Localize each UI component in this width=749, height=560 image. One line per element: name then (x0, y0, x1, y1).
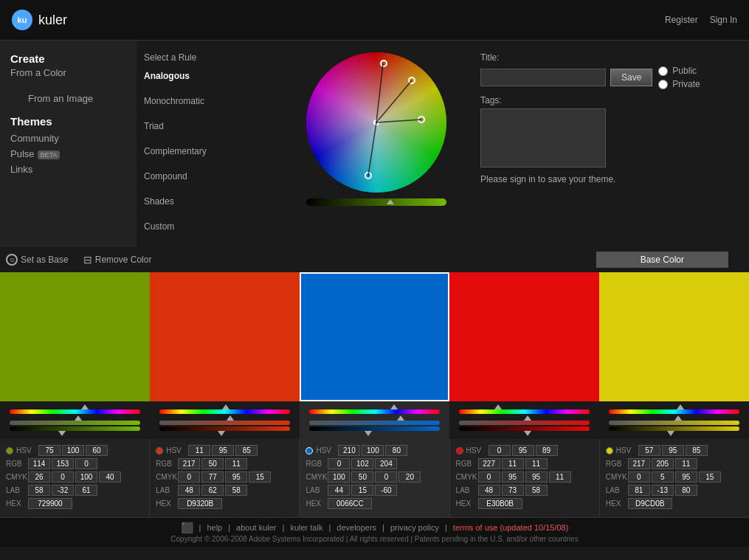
swatch2-sat-track[interactable] (309, 421, 441, 425)
hsv3-v[interactable] (536, 445, 558, 456)
lab0-a[interactable] (52, 485, 74, 496)
rgb2-g[interactable] (351, 458, 373, 469)
private-radio[interactable]: Private (658, 79, 700, 89)
swatch0-thumb1[interactable] (81, 404, 89, 409)
hsv0-s[interactable] (62, 445, 84, 456)
swatch3-sat-track[interactable] (459, 421, 590, 425)
rule-triad[interactable]: Triad (144, 119, 277, 134)
hsv1-v[interactable] (235, 445, 258, 456)
cmyk4-c[interactable] (628, 471, 650, 483)
hex1[interactable] (178, 498, 222, 509)
footer-help[interactable]: help (207, 523, 222, 532)
hsv3-h[interactable] (489, 445, 511, 456)
hsv3-s[interactable] (512, 445, 534, 456)
lab2-b[interactable] (375, 485, 397, 496)
cmyk2-c[interactable] (328, 471, 350, 483)
title-input[interactable] (480, 69, 606, 86)
rgb2-b[interactable] (375, 458, 397, 469)
wheel-canvas[interactable] (306, 52, 446, 193)
hsv1-h[interactable] (188, 445, 210, 456)
rgb3-b[interactable] (525, 458, 548, 469)
color-dot-1[interactable] (156, 447, 163, 454)
public-radio[interactable]: Public (658, 66, 700, 76)
swatch4-sat-track[interactable] (609, 421, 740, 425)
pulse-link[interactable]: PulseBETA (10, 146, 126, 162)
hsv2-s[interactable] (362, 445, 384, 456)
rule-complementary[interactable]: Complementary (144, 144, 277, 159)
cmyk3-y[interactable] (525, 471, 548, 483)
swatch1-sat-track[interactable] (159, 421, 291, 425)
lab4-l[interactable] (628, 485, 650, 496)
register-link[interactable]: Register (665, 15, 698, 25)
swatch1-thumb1[interactable] (222, 404, 229, 409)
rule-compound[interactable]: Compound (144, 169, 277, 184)
rgb1-b[interactable] (225, 458, 247, 469)
cmyk1-m[interactable] (201, 471, 224, 483)
rgb0-g[interactable] (52, 458, 74, 469)
hsv1-s[interactable] (212, 445, 234, 456)
swatch0-thumb2[interactable] (75, 415, 82, 421)
signin-link[interactable]: Sign In (710, 15, 737, 25)
swatch3-thumb3[interactable] (524, 431, 531, 436)
lab2-l[interactable] (328, 485, 350, 496)
community-link[interactable]: Community (10, 131, 126, 146)
rgb0-b[interactable] (75, 458, 97, 469)
swatch1-hue-track[interactable] (159, 409, 291, 414)
swatch4-thumb1[interactable] (677, 404, 684, 409)
footer-privacy[interactable]: privacy policy (390, 523, 439, 532)
cmyk3-k[interactable] (549, 471, 571, 483)
cmyk0-m[interactable] (52, 471, 74, 483)
rgb2-r[interactable] (328, 458, 350, 469)
lab1-a[interactable] (201, 485, 224, 496)
hsv2-v[interactable] (385, 445, 407, 456)
cmyk1-k[interactable] (249, 471, 271, 483)
swatch-4[interactable] (599, 272, 749, 401)
from-image-link[interactable]: From an Image (10, 91, 126, 106)
tags-input[interactable] (480, 108, 606, 167)
rule-analogous[interactable]: Analogous (144, 69, 277, 83)
set-base-button[interactable]: ⊙ Set as Base (6, 254, 69, 266)
brightness-slider[interactable] (306, 198, 446, 206)
rule-custom[interactable]: Custom (144, 219, 277, 234)
cmyk2-y[interactable] (375, 471, 397, 483)
cmyk0-c[interactable] (28, 471, 50, 483)
cmyk1-c[interactable] (178, 471, 200, 483)
swatch4-hue-track[interactable] (609, 409, 740, 414)
hsv2-h[interactable] (338, 445, 360, 456)
cmyk0-y[interactable] (75, 471, 97, 483)
rgb4-r[interactable] (628, 458, 650, 469)
swatch2-thumb3[interactable] (365, 431, 372, 436)
cmyk0-k[interactable] (99, 471, 121, 483)
lab3-b[interactable] (525, 485, 548, 496)
swatch3-thumb1[interactable] (494, 404, 502, 409)
lab2-a[interactable] (351, 485, 373, 496)
swatch0-sat-track[interactable] (10, 421, 141, 425)
lab4-b[interactable] (675, 485, 697, 496)
swatch2-hue-track[interactable] (309, 409, 441, 414)
links-link[interactable]: Links (10, 162, 126, 177)
color-dot-2[interactable] (306, 447, 313, 454)
hex0[interactable] (28, 498, 72, 509)
hsv4-h[interactable] (638, 445, 660, 456)
rgb3-r[interactable] (478, 458, 500, 469)
cmyk2-m[interactable] (351, 471, 373, 483)
lab1-l[interactable] (178, 485, 200, 496)
color-dot-3[interactable] (456, 447, 463, 454)
hsv4-v[interactable] (686, 445, 708, 456)
color-dot-4[interactable] (606, 447, 613, 454)
swatch1-thumb2[interactable] (227, 415, 234, 421)
footer-talk[interactable]: kuler talk (290, 523, 322, 532)
swatch3-hue-track[interactable] (459, 409, 590, 414)
swatch-1[interactable] (150, 272, 300, 401)
swatch1-thumb3[interactable] (218, 431, 225, 436)
swatch-0[interactable] (0, 272, 150, 401)
hsv0-v[interactable] (86, 445, 108, 456)
lab4-a[interactable] (652, 485, 674, 496)
swatch0-hue-track[interactable] (10, 409, 141, 414)
swatch-3[interactable] (449, 272, 599, 401)
swatch4-thumb2[interactable] (674, 415, 682, 421)
save-button[interactable]: Save (610, 69, 652, 86)
from-color-link[interactable]: From a Color (10, 65, 126, 80)
brightness-thumb[interactable] (387, 199, 394, 204)
cmyk3-m[interactable] (502, 471, 524, 483)
